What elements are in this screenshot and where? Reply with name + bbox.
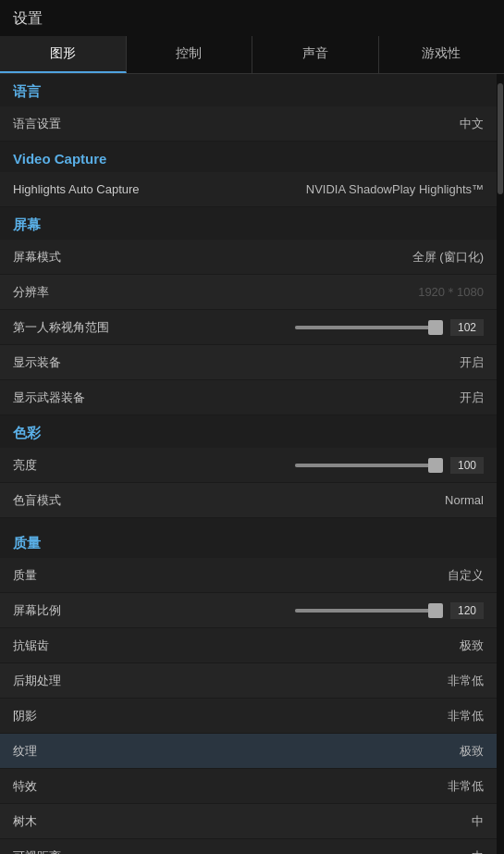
- tab-gameplay[interactable]: 游戏性: [379, 36, 505, 73]
- scale-slider-thumb[interactable]: [428, 603, 443, 618]
- section-screen: 屏幕: [0, 207, 497, 240]
- value-language: 中文: [460, 116, 484, 132]
- tabs-bar: 图形 控制 声音 游戏性: [0, 36, 504, 74]
- setting-highlights[interactable]: Highlights Auto Capture NVIDIA ShadowPla…: [0, 172, 497, 207]
- section-quality: 质量: [0, 526, 497, 558]
- value-highlights: NVIDIA ShadowPlay Highlights™: [306, 182, 484, 196]
- content-area: 语言 语言设置 中文 Video Capture Highlights Auto…: [0, 74, 497, 854]
- scale-slider-track[interactable]: [295, 609, 443, 613]
- value-texture: 极致: [460, 743, 484, 760]
- label-brightness: 亮度: [13, 457, 37, 474]
- brightness-slider-container[interactable]: 100: [295, 457, 484, 474]
- section-language: 语言: [0, 74, 497, 106]
- value-foliage: 中: [472, 813, 484, 830]
- label-show-equipment: 显示装备: [13, 354, 61, 371]
- section-color: 色彩: [0, 415, 497, 448]
- setting-quality[interactable]: 质量 自定义: [0, 558, 497, 593]
- brightness-value-box: 100: [450, 457, 484, 474]
- label-shadow: 阴影: [13, 708, 37, 724]
- label-fov: 第一人称视角范围: [13, 319, 109, 336]
- scale-value-box: 120: [450, 602, 484, 619]
- setting-show-equipment[interactable]: 显示装备 开启: [0, 345, 497, 380]
- value-show-equipment: 开启: [460, 354, 484, 371]
- label-show-weapon: 显示武器装备: [13, 390, 85, 406]
- setting-screen-mode[interactable]: 屏幕模式 全屏 (窗口化): [0, 240, 497, 275]
- setting-antialiasing[interactable]: 抗锯齿 极致: [0, 628, 497, 663]
- setting-colorblind[interactable]: 色盲模式 Normal: [0, 483, 497, 518]
- fov-value-box: 102: [450, 319, 484, 336]
- fov-slider-container[interactable]: 102: [295, 319, 484, 336]
- scrollbar[interactable]: [497, 74, 504, 854]
- label-quality: 质量: [13, 567, 37, 584]
- label-post-processing: 后期处理: [13, 673, 61, 689]
- value-screen-mode: 全屏 (窗口化): [412, 249, 484, 266]
- label-effects: 特效: [13, 778, 37, 795]
- setting-post-processing[interactable]: 后期处理 非常低: [0, 663, 497, 699]
- scale-slider-container[interactable]: 120: [295, 602, 484, 619]
- setting-fov[interactable]: 第一人称视角范围 102: [0, 310, 497, 345]
- value-show-weapon: 开启: [460, 390, 484, 406]
- value-resolution: 1920＊1080: [418, 284, 484, 301]
- label-texture: 纹理: [13, 743, 37, 760]
- value-colorblind: Normal: [445, 493, 484, 507]
- value-view-distance: 中: [472, 848, 484, 855]
- section-video-capture: Video Capture: [0, 142, 497, 172]
- value-shadow: 非常低: [448, 708, 484, 724]
- setting-effects[interactable]: 特效 非常低: [0, 769, 497, 804]
- main-content: 语言 语言设置 中文 Video Capture Highlights Auto…: [0, 74, 497, 854]
- label-foliage: 树木: [13, 813, 37, 830]
- title-bar: 设置: [0, 0, 504, 36]
- value-post-processing: 非常低: [448, 673, 484, 689]
- label-language: 语言设置: [13, 116, 61, 132]
- setting-screen-scale[interactable]: 屏幕比例 120: [0, 593, 497, 628]
- brightness-slider-thumb[interactable]: [428, 458, 443, 473]
- tab-graphics[interactable]: 图形: [0, 36, 127, 73]
- spacer: [0, 518, 497, 526]
- label-antialiasing: 抗锯齿: [13, 637, 49, 654]
- fov-slider-track[interactable]: [295, 326, 443, 329]
- setting-foliage[interactable]: 树木 中: [0, 804, 497, 839]
- fov-slider-thumb[interactable]: [428, 320, 443, 335]
- tab-sound[interactable]: 声音: [252, 36, 379, 73]
- value-effects: 非常低: [448, 778, 484, 795]
- setting-language[interactable]: 语言设置 中文: [0, 106, 497, 142]
- setting-shadow[interactable]: 阴影 非常低: [0, 699, 497, 734]
- scale-slider-fill: [295, 609, 443, 613]
- label-screen-mode: 屏幕模式: [13, 249, 61, 266]
- tab-controls[interactable]: 控制: [127, 36, 253, 73]
- value-antialiasing: 极致: [460, 637, 484, 654]
- label-view-distance: 可视距离: [13, 848, 61, 855]
- setting-resolution[interactable]: 分辨率 1920＊1080: [0, 275, 497, 310]
- setting-texture[interactable]: 纹理 极致: [0, 734, 497, 769]
- label-colorblind: 色盲模式: [13, 492, 61, 509]
- scrollbar-thumb[interactable]: [498, 83, 503, 194]
- brightness-slider-fill: [295, 464, 443, 467]
- scroll-wrapper: 语言 语言设置 中文 Video Capture Highlights Auto…: [0, 74, 504, 854]
- fov-slider-fill: [295, 326, 437, 329]
- label-screen-scale: 屏幕比例: [13, 602, 61, 619]
- brightness-slider-track[interactable]: [295, 464, 443, 467]
- setting-brightness[interactable]: 亮度 100: [0, 448, 497, 483]
- setting-view-distance[interactable]: 可视距离 中: [0, 839, 497, 854]
- setting-show-weapon[interactable]: 显示武器装备 开启: [0, 380, 497, 415]
- page-title: 设置: [13, 10, 43, 26]
- label-highlights: Highlights Auto Capture: [13, 182, 140, 196]
- label-resolution: 分辨率: [13, 284, 49, 301]
- value-quality: 自定义: [448, 567, 484, 584]
